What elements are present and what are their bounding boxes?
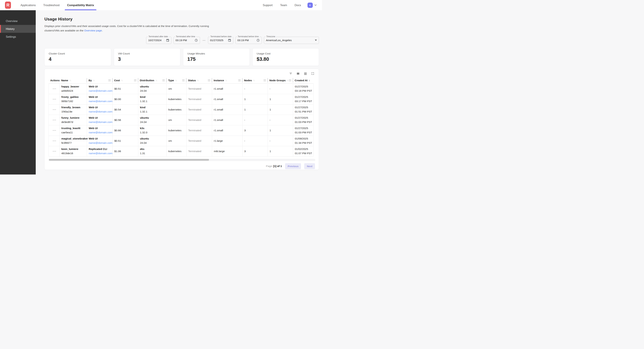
terminated-after-time-input[interactable]: Terminated after time 03:19 PM [174, 37, 200, 44]
cell-name: keen_lumiere4819de16 [60, 146, 87, 156]
row-actions-button[interactable] [49, 146, 60, 156]
column-resize-handle[interactable] [108, 79, 111, 81]
column-resize-handle[interactable] [208, 79, 210, 81]
nav-item-docs[interactable]: Docs [294, 0, 301, 10]
cell-by: Web UIname@domain.com [87, 115, 113, 125]
calendar-icon[interactable] [228, 38, 231, 42]
table-body: happy_beavera48d9324 Web UIname@domain.c… [48, 84, 314, 157]
column-header-status[interactable]: Status↑↓ [186, 77, 212, 83]
column-header-instance[interactable]: Instance↑↓ [212, 77, 242, 83]
cell-name: frosty_galileo995b7182 [60, 94, 87, 104]
column-header-node-groups[interactable]: Node Groups↑↓ [268, 77, 293, 83]
row-actions-button[interactable] [49, 104, 60, 115]
nav-item-team[interactable]: Team [280, 0, 287, 10]
cell-distribution: ubuntu24.04 [138, 84, 167, 94]
nav-item-compatibility-matrix[interactable]: Compatibility Matrix [67, 0, 94, 10]
column-resize-handle[interactable] [289, 79, 291, 81]
email-link[interactable]: name@domain.com [89, 141, 111, 144]
sidebar-item-overview[interactable]: Overview [0, 17, 36, 25]
brand-logo[interactable]: R [5, 1, 11, 9]
email-link[interactable]: name@domain.com [89, 121, 111, 124]
terminated-before-time-value: 03:19 PM [238, 39, 249, 42]
column-resize-handle[interactable] [162, 79, 165, 81]
column-resize-handle[interactable] [182, 79, 184, 81]
sidebar-item-history[interactable]: History [0, 25, 36, 33]
account-menu[interactable]: K [308, 2, 317, 8]
sort-icon[interactable]: ↑↓ [93, 79, 95, 82]
column-header-distribution[interactable]: Distribution↑↓ [138, 77, 166, 83]
sort-icon[interactable]: ↑↓ [155, 79, 157, 82]
timezone-value: America/Los_Angeles [266, 39, 292, 42]
calendar-icon[interactable] [166, 38, 169, 42]
cell-name: funny_lumierede9ed87d [60, 115, 87, 125]
cell-status: Terminated [186, 146, 212, 156]
column-header-name[interactable]: Name↑↓ [60, 77, 87, 83]
sort-icon[interactable]: ↑↓ [197, 79, 199, 82]
terminated-before-date-input[interactable]: Terminated before date 01/27/2025 [208, 37, 233, 44]
terminated-before-time-label: Terminated before time [237, 35, 260, 38]
next-button[interactable]: Next [304, 163, 315, 169]
overview-page-link[interactable]: Overview page [84, 29, 102, 32]
fullscreen-icon[interactable] [311, 72, 315, 75]
email-link[interactable]: name@domain.com [89, 110, 111, 113]
column-header-nodes[interactable]: Nodes↑↓ [242, 77, 268, 83]
cell-distribution: ubuntu24.04 [138, 136, 167, 146]
cell-instance: r1.small [212, 125, 242, 136]
timezone-select[interactable]: Timezone America/Los_Angeles [264, 37, 319, 44]
row-actions-button[interactable] [49, 115, 60, 125]
columns-icon[interactable] [296, 72, 300, 75]
cell-name: friendly_brown1f40a19e [60, 104, 87, 115]
row-actions-button[interactable] [49, 84, 60, 94]
cell-type: kubernetes [167, 125, 186, 136]
column-header-cost[interactable]: Cost↑↓ [112, 77, 138, 83]
sort-icon[interactable]: ↑↓ [121, 79, 123, 82]
cell-nodes: - [242, 115, 268, 125]
nav-item-applications[interactable]: Applications [20, 0, 36, 10]
ellipsis-icon [53, 88, 54, 89]
sorted-desc-icon[interactable]: ↓ [309, 79, 310, 82]
density-icon[interactable] [304, 72, 307, 75]
cell-instance: r1.large [212, 136, 242, 146]
cell-type: vm [167, 115, 186, 125]
column-resize-handle[interactable] [134, 79, 136, 81]
nav-item-support[interactable]: Support [263, 0, 272, 10]
nav-item-troubleshoot[interactable]: Troubleshoot [43, 0, 60, 10]
secondary-nav: Support Team Docs K [263, 0, 317, 10]
row-actions-button[interactable] [49, 125, 60, 136]
row-actions-button[interactable] [49, 136, 60, 146]
avatar[interactable]: K [308, 2, 313, 8]
column-header-type[interactable]: Type↑↓ [166, 77, 186, 83]
column-resize-handle[interactable] [264, 79, 266, 81]
terminated-after-date-input[interactable]: Terminated after date 10/27/2024 [146, 37, 172, 44]
filter-icon[interactable] [289, 72, 292, 75]
cell-node-groups: 1 [268, 94, 293, 104]
sort-icon[interactable]: ↑↓ [70, 79, 71, 82]
sort-icon[interactable]: ↑↓ [253, 79, 255, 82]
email-link[interactable]: name@domain.com [89, 152, 111, 155]
row-actions-button[interactable] [49, 94, 60, 104]
terminated-before-time-input[interactable]: Terminated before time 03:19 PM [235, 37, 262, 44]
previous-button[interactable]: Previous [285, 163, 301, 169]
cell-cost: $0.51 [113, 84, 138, 94]
sidebar-item-settings[interactable]: Settings [0, 33, 36, 41]
clock-icon[interactable] [194, 38, 198, 42]
email-link[interactable]: name@domain.com [89, 100, 111, 103]
cell-created-at: 01/27/202503:17 PM PST [293, 94, 314, 104]
sort-icon[interactable]: ↑↓ [287, 79, 288, 82]
sort-icon[interactable]: ↑↓ [175, 79, 177, 82]
email-link[interactable]: name@domain.com [89, 131, 111, 134]
email-link[interactable]: name@domain.com [89, 89, 111, 92]
cell-instance: r1.small [212, 84, 242, 94]
column-header-by[interactable]: By↑↓ [87, 77, 112, 83]
scrollbar-thumb[interactable] [49, 159, 209, 161]
clock-icon[interactable] [256, 38, 260, 42]
column-resize-handle[interactable] [238, 79, 241, 81]
cell-nodes: 3 [242, 125, 268, 136]
cell-distribution: kind1.32.1 [138, 104, 167, 115]
table-row: trusting_leavittcae5ea11 Web UIname@doma… [48, 125, 314, 136]
stat-label: Usage Minutes [187, 52, 246, 55]
sort-icon[interactable]: ↑↓ [225, 79, 227, 82]
column-header-created-at[interactable]: Created At↓ [293, 77, 314, 83]
table-row: magical_stonebrakerfe3f8977 Web UIname@d… [48, 136, 314, 146]
timezone-label: Timezone [266, 35, 276, 38]
